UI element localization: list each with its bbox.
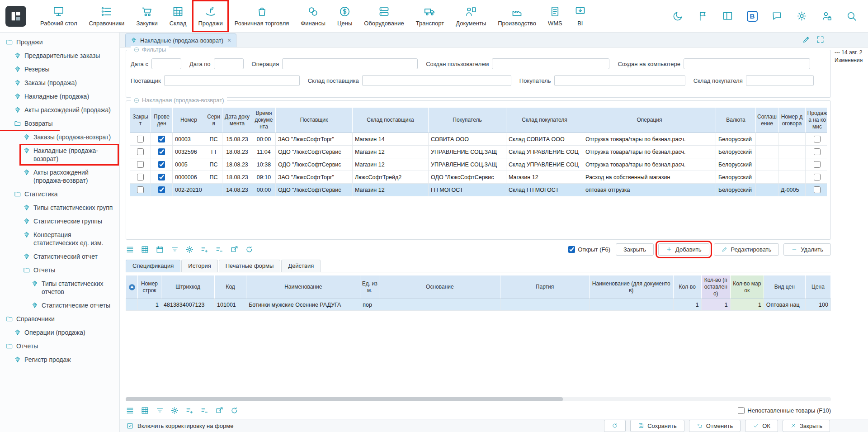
settings-icon[interactable] <box>185 245 194 254</box>
posted-checkbox[interactable] <box>158 148 165 155</box>
comments-icon[interactable] <box>771 10 783 22</box>
spec-column-header[interactable]: Наименование <box>246 275 360 299</box>
invoice-cell[interactable]: ОДО "ЛюксСофтСервис <box>276 184 353 196</box>
invoice-cell[interactable]: ОДО "ЛюксСофтСервис <box>276 146 353 158</box>
tab-specification[interactable]: Спецификация <box>126 260 180 272</box>
close-button[interactable]: Закрыть <box>783 420 830 432</box>
sidebar-item[interactable]: Статистика <box>0 187 119 201</box>
invoice-row[interactable]: 0000006ПС18.08.2309:10ЗАО "ЛюксСофтТорг"… <box>130 171 827 184</box>
sidebar-item[interactable]: Статистические отчеты <box>0 299 119 312</box>
invoice-row[interactable]: 0032596ТТ18.08.2311:04ОДО "ЛюксСофтСерви… <box>130 146 827 158</box>
invoice-cell[interactable]: ПС <box>205 171 222 184</box>
invoice-cell[interactable] <box>756 184 778 196</box>
cancel-button[interactable]: Отменить <box>689 420 741 432</box>
tab-history[interactable]: История <box>181 260 217 272</box>
spec-column-header[interactable]: Кол-во <box>673 275 701 299</box>
invoice-cell[interactable]: Склад СОВИТА ООО <box>506 133 583 146</box>
invoice-cell[interactable]: Магазин 12 <box>353 184 429 196</box>
invoice-cell[interactable]: Д-0005 <box>778 184 806 196</box>
user-session-icon[interactable] <box>821 10 832 22</box>
list-view-icon[interactable] <box>126 406 134 415</box>
invoice-cell[interactable]: Магазин 12 <box>506 171 583 184</box>
spec-cell[interactable] <box>500 299 589 311</box>
export-icon[interactable] <box>230 245 239 254</box>
menu-item-cart[interactable]: Закупки <box>130 0 163 32</box>
filter-input[interactable] <box>151 58 181 69</box>
menu-item-finance[interactable]: Финансы <box>295 0 331 32</box>
spec-sort-header[interactable] <box>126 275 138 299</box>
spec-cell[interactable] <box>379 299 500 311</box>
invoice-cell[interactable]: Склад УПРАВЛЕНИЕ СОЦ <box>506 146 583 158</box>
grid-view-icon[interactable] <box>141 406 149 415</box>
sidebar-item[interactable]: Заказы (продажа-возврат) <box>0 130 119 144</box>
posted-checkbox[interactable] <box>158 161 165 168</box>
commission-checkbox[interactable] <box>814 174 821 180</box>
spec-cell[interactable]: 101001 <box>215 299 246 311</box>
sidebar-item[interactable]: Продажи <box>0 35 119 49</box>
spec-cell[interactable]: 1 <box>701 299 730 311</box>
ok-button[interactable]: ОК <box>745 420 778 432</box>
spec-cell[interactable]: Оптовая нац <box>764 299 805 311</box>
invoice-cell[interactable]: Отгрузка товара/тары по безнал.расч. <box>583 133 716 146</box>
remove-row-icon[interactable] <box>200 406 209 415</box>
closed-checkbox[interactable] <box>137 161 144 168</box>
spec-cell[interactable]: 4813834007123 <box>161 299 215 311</box>
sidebar-item[interactable]: Типы статистических отчетов <box>0 277 119 299</box>
sidebar-item[interactable]: Статистические группы <box>0 214 119 228</box>
filter-input[interactable] <box>282 58 418 69</box>
sidebar-item[interactable]: Статистический отчет <box>0 250 119 263</box>
menu-item-bi[interactable]: BI <box>568 0 592 32</box>
edit-button[interactable]: Редактировать <box>714 243 779 256</box>
add-row-icon[interactable] <box>200 245 209 254</box>
invoice-cell[interactable]: оптовая отгрузка <box>583 184 716 196</box>
close-list-button[interactable]: Закрыть <box>616 243 654 256</box>
invoice-row[interactable]: 0005ПС18.08.2310:38ОДО "ЛюксСофтСервисМа… <box>130 158 827 171</box>
filter-icon[interactable] <box>156 406 164 415</box>
open-checkbox[interactable] <box>568 246 575 253</box>
invoice-column-header[interactable]: Склад покупателя <box>506 108 583 133</box>
tab-close-icon[interactable]: × <box>227 37 231 44</box>
closed-checkbox[interactable] <box>137 148 144 155</box>
invoice-cell[interactable]: УПРАВЛЕНИЕ СОЦ.ЗАЩ <box>429 146 506 158</box>
bold-editor-icon[interactable]: B <box>747 11 758 22</box>
sidebar-item[interactable]: Возвраты <box>0 117 119 130</box>
invoice-cell[interactable]: ГП МОГОСТ <box>429 184 506 196</box>
invoice-cell[interactable] <box>756 158 778 171</box>
add-row-icon[interactable] <box>185 406 194 415</box>
tab-actions[interactable]: Действия <box>281 260 321 272</box>
sidebar-item[interactable]: Регистр продаж <box>0 353 119 366</box>
closed-checkbox[interactable] <box>137 186 144 193</box>
sidebar-item[interactable]: Справочники <box>0 312 119 326</box>
invoice-cell[interactable]: Белорусский <box>716 158 756 171</box>
sidebar-item[interactable]: Отчеты <box>0 263 119 277</box>
spec-column-header[interactable]: Партия <box>500 275 589 299</box>
tab-print-forms[interactable]: Печатные формы <box>219 260 281 272</box>
menu-item-warehouse[interactable]: Склад <box>164 0 193 32</box>
delete-button[interactable]: Удалить <box>783 243 831 256</box>
dark-mode-icon[interactable] <box>672 10 684 22</box>
sidebar-item[interactable]: Конвертация статистических ед. изм. <box>0 228 119 250</box>
tab-invoices-sale-return[interactable]: Накладные (продажа-возврат) × <box>125 33 236 47</box>
invoice-cell[interactable]: Склад УПРАВЛЕНИЕ СОЦ <box>506 158 583 171</box>
menu-item-price[interactable]: Цены <box>331 0 358 32</box>
sidebar-item[interactable]: Заказы (продажа) <box>0 76 119 90</box>
commission-checkbox[interactable] <box>814 148 821 155</box>
invoice-cell[interactable] <box>756 133 778 146</box>
invoice-cell[interactable]: 002-20210 <box>173 184 205 196</box>
invoice-column-header[interactable]: Номер договора <box>778 108 806 133</box>
invoice-column-header[interactable]: Серия <box>205 108 222 133</box>
scrollbar-thumb[interactable] <box>126 397 563 401</box>
collapse-invoices-icon[interactable] <box>133 97 140 104</box>
spec-column-header[interactable]: Ед. изм. <box>360 275 379 299</box>
invoice-column-header[interactable]: Номер <box>173 108 205 133</box>
search-icon[interactable] <box>846 10 857 22</box>
filter-input[interactable] <box>492 58 609 69</box>
save-button[interactable]: Сохранить <box>630 420 684 432</box>
posted-checkbox[interactable] <box>158 174 165 180</box>
sidebar-item[interactable]: Накладные (продажа) <box>0 90 119 103</box>
add-button[interactable]: Добавить <box>658 243 709 256</box>
filter-icon[interactable] <box>170 245 179 254</box>
invoice-column-header[interactable]: Поставщик <box>276 108 353 133</box>
spec-column-header[interactable]: Кол-во (поставлено) <box>701 275 730 299</box>
invoice-cell[interactable] <box>778 133 806 146</box>
